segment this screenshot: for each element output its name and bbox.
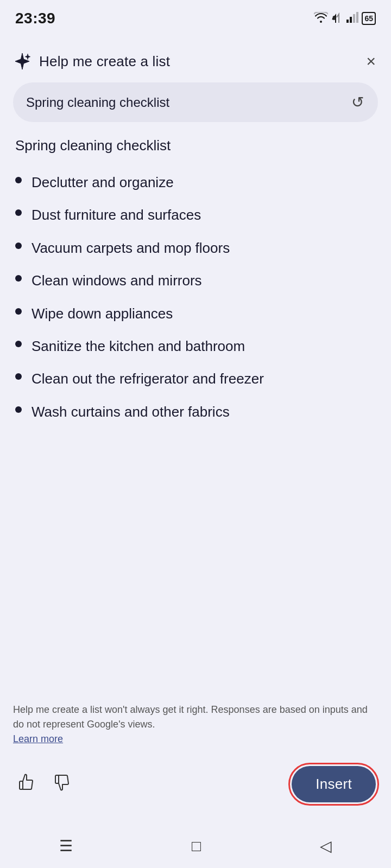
bullet-dot: [15, 242, 22, 249]
list-item: Clean windows and mirrors: [15, 264, 376, 297]
learn-more-link[interactable]: Learn more: [13, 733, 63, 744]
phone-signal-icon: [331, 12, 343, 25]
bullet-dot: [15, 341, 22, 347]
bottom-actions: Insert: [13, 756, 378, 813]
status-time: 23:39: [15, 10, 55, 27]
bullet-dot: [15, 308, 22, 315]
svg-rect-2: [350, 17, 352, 23]
svg-rect-5: [20, 781, 23, 789]
battery-level: 65: [364, 14, 373, 23]
dialog-header: Help me create a list ×: [13, 38, 378, 82]
status-bar: 23:39: [0, 0, 391, 33]
dialog-title: Help me create a list: [39, 53, 170, 70]
ai-sparkle-icon: [13, 52, 31, 71]
feedback-buttons: [15, 770, 75, 799]
bullet-dot: [15, 373, 22, 380]
svg-rect-6: [55, 775, 59, 783]
list-item-text: Declutter and organize: [31, 173, 174, 192]
checklist: Declutter and organizeDust furniture and…: [15, 166, 376, 428]
list-item: Wash curtains and other fabrics: [15, 395, 376, 428]
wifi-icon: [314, 12, 328, 25]
input-value: Spring cleaning checklist: [26, 95, 350, 110]
list-item: Dust furniture and surfaces: [15, 199, 376, 231]
status-icons: 65: [314, 12, 376, 25]
bullet-dot: [15, 209, 22, 216]
list-title: Spring cleaning checklist: [15, 137, 376, 154]
disclaimer-body: Help me create a list won't always get i…: [13, 704, 368, 730]
close-button[interactable]: ×: [364, 51, 378, 72]
list-item: Declutter and organize: [15, 166, 376, 199]
svg-point-0: [332, 17, 336, 20]
svg-rect-4: [356, 12, 358, 23]
signal-icon: [346, 12, 358, 25]
list-item-text: Clean out the refrigerator and freezer: [31, 369, 264, 388]
list-item: Wipe down appliances: [15, 297, 376, 330]
svg-rect-1: [346, 20, 349, 23]
list-item-text: Wash curtains and other fabrics: [31, 402, 230, 422]
list-item: Sanitize the kitchen and bathroom: [15, 330, 376, 362]
main-card: Help me create a list × Spring cleaning …: [0, 38, 391, 826]
list-item-text: Dust furniture and surfaces: [31, 205, 201, 225]
bullet-dot: [15, 177, 22, 183]
system-nav-bar: ☰ □ ◁: [0, 826, 391, 868]
thumbs-down-button[interactable]: [51, 770, 75, 799]
header-left: Help me create a list: [13, 52, 170, 71]
thumbs-up-button[interactable]: [15, 770, 39, 799]
bullet-dot: [15, 275, 22, 282]
bullet-dot: [15, 406, 22, 413]
disclaimer-text: Help me create a list won't always get i…: [13, 703, 378, 746]
back-nav-icon[interactable]: ◁: [320, 837, 332, 855]
home-nav-icon[interactable]: □: [192, 838, 201, 855]
input-area[interactable]: Spring cleaning checklist ↺: [13, 82, 378, 122]
list-item: Clean out the refrigerator and freezer: [15, 362, 376, 395]
list-item-text: Wipe down appliances: [31, 304, 173, 323]
menu-nav-icon[interactable]: ☰: [59, 837, 73, 855]
refresh-button[interactable]: ↺: [350, 92, 365, 112]
insert-button[interactable]: Insert: [292, 766, 376, 802]
battery-icon: 65: [362, 12, 376, 25]
list-item-text: Sanitize the kitchen and bathroom: [31, 336, 245, 356]
list-item-text: Vacuum carpets and mop floors: [31, 238, 230, 258]
list-item: Vacuum carpets and mop floors: [15, 232, 376, 264]
generated-content: Spring cleaning checklist Declutter and …: [13, 137, 378, 690]
list-item-text: Clean windows and mirrors: [31, 271, 202, 290]
svg-rect-3: [353, 14, 355, 23]
